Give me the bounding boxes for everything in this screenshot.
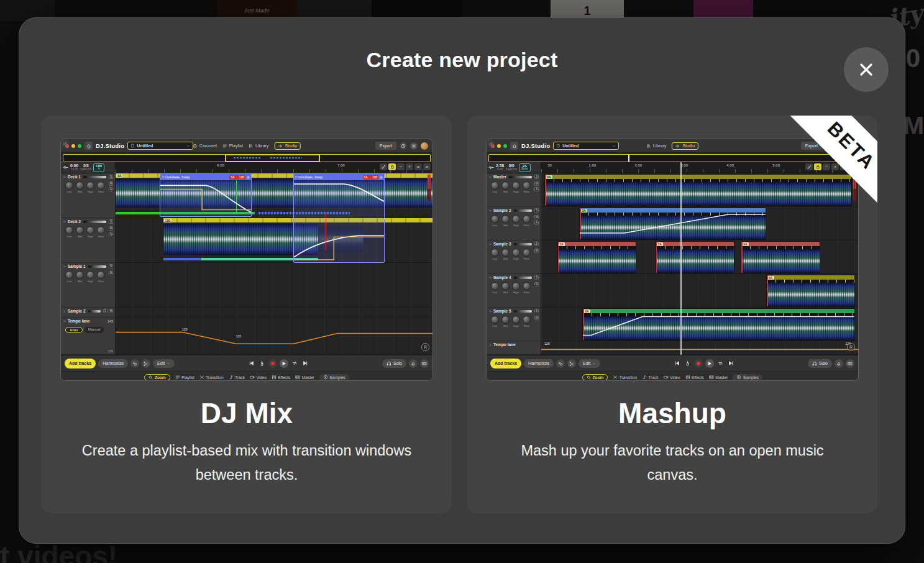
track-header-deck-1: Deck 1SLowMidHighFilterMA [61, 173, 115, 218]
tab-effects: Effects [272, 375, 290, 380]
time-display: 0:0013:262/3TRACKS11BA [61, 162, 116, 173]
level-meter [428, 175, 431, 201]
card-mashup[interactable]: DJ.StudioUntitledLibraryStudioExport2:58… [467, 116, 877, 513]
avatar [421, 142, 428, 150]
lock-tool [388, 163, 396, 170]
knob-low: Low [491, 181, 499, 193]
track-header-sample-1: Sample 1SLowMidHighFilterM [61, 263, 115, 308]
track-m-button: M [534, 249, 539, 253]
app-logo: DJ.Studio [96, 142, 124, 149]
transition-icon [199, 375, 204, 380]
tab-video: Video [250, 375, 267, 380]
edit-dropdown: Edit [153, 359, 175, 368]
knob-high: High [512, 215, 520, 227]
track-a-button: A [534, 221, 539, 225]
camera-icon [250, 375, 255, 380]
knob-mid: Mid [501, 181, 510, 193]
knob-high: High [512, 282, 520, 294]
arrangement-area: 3A2A5A5A6A6A6A128128 [541, 173, 858, 355]
deck2-lane: 11B [116, 218, 432, 263]
zoom-tools: −+«» [380, 163, 431, 170]
knob-filter: Filter [523, 215, 531, 227]
transport-controls [247, 359, 309, 368]
knob-high: High [86, 181, 94, 193]
nav-library: Library [646, 144, 666, 149]
tab-zoom: Zoom [144, 374, 170, 381]
skipb-icon [674, 360, 680, 366]
mix-overview-bar [488, 154, 856, 162]
nav-studio: Studio [274, 142, 301, 150]
knob-filter: Filter [523, 249, 531, 260]
home-button [510, 142, 518, 150]
solo-button: Solo [382, 359, 406, 368]
skip-back-button [673, 360, 681, 366]
audio-clip-3a: 3A [544, 174, 852, 206]
close-button[interactable] [844, 47, 889, 92]
chevD-icon [63, 220, 66, 224]
sample-lane: 6A [541, 308, 858, 341]
knob-filter: Filter [97, 226, 105, 238]
knob-high: High [512, 316, 520, 327]
play-button [280, 359, 288, 368]
tempo-lane: 128128 [541, 341, 858, 355]
metronome-icon [685, 360, 690, 366]
r-logo-badge: R [847, 343, 855, 351]
undo-button [556, 359, 565, 368]
home-icon [512, 144, 517, 149]
zoom-out-button: − [397, 163, 405, 170]
sliders-icon [685, 375, 690, 380]
nav-carousel: Carousel [193, 144, 217, 149]
headphones-icon [812, 361, 817, 366]
metronome-icon [259, 360, 265, 366]
track-header-sample-2: Sample 2SLowMidHighFilterMA [487, 207, 541, 240]
app-logo: DJ.Studio [521, 142, 550, 149]
add-tracks-button: Add tracks [65, 359, 96, 368]
note-icon [642, 375, 647, 380]
track-header-sample-5: Sample 5SLowMidHighFilterM [487, 308, 541, 341]
skipb-icon [249, 360, 254, 366]
knob-low: Low [491, 215, 499, 227]
scissors-icon [144, 361, 149, 366]
knob-mid: Mid [76, 181, 84, 193]
tempo-lane: 133120 [116, 318, 432, 354]
knob-high: High [512, 181, 520, 193]
card-dj-mix[interactable]: DJ.StudioUntitledCarouselPlaylistLibrary… [42, 116, 452, 513]
studio-window: DJ.StudioUntitledCarouselPlaylistLibrary… [60, 139, 433, 381]
close-icon [858, 61, 875, 78]
tab-samples: Samples [319, 374, 349, 381]
carousel-icon [193, 144, 198, 149]
samples-icon [323, 375, 328, 380]
doc-icon [130, 144, 135, 148]
knob-low: Low [491, 282, 499, 294]
card-title-mashup: Mashup [467, 396, 877, 430]
chevD-icon [592, 362, 596, 365]
record-button [694, 359, 703, 368]
studio-titlebar: DJ.StudioUntitledLibraryStudioExport [487, 139, 858, 153]
pad-icon [848, 361, 853, 366]
knob-low: Low [491, 249, 499, 260]
headphones-icon [387, 361, 391, 366]
bottom-panel-tabs: ZoomTransitionTrackVideoEffectsMasterSam… [487, 371, 858, 381]
key-badge: 2ABmin [519, 163, 530, 172]
chevD-icon [488, 175, 492, 179]
project-name-dropdown: Untitled [553, 142, 619, 150]
track-header-sample-4: Sample 4SLowMidHighFilterM [487, 274, 541, 308]
timeline-ruler: 2:588:240/0TRACKS2ABmin301:002:003:004:0… [487, 162, 858, 173]
knob-filter: Filter [523, 181, 531, 193]
undo-icon [558, 361, 563, 366]
history-button [400, 142, 407, 150]
master-icon [295, 375, 300, 380]
mashup-preview: DJ.StudioUntitledLibraryStudioExport2:58… [486, 139, 859, 381]
transition-icon [613, 375, 618, 380]
audio-clip-2a: 2A [579, 208, 766, 240]
chevD-icon [63, 319, 66, 323]
knob-high: High [86, 226, 94, 238]
knob-mid: Mid [76, 226, 84, 238]
loop-icon [292, 360, 298, 366]
tempo-manual-button: Manual [85, 327, 104, 333]
loop-button [291, 360, 299, 366]
audio-clip-5a: 5A [656, 241, 735, 273]
zoom-in-button: + [406, 163, 413, 170]
knob-low: Low [65, 271, 73, 283]
tab-effects: Effects [685, 375, 704, 380]
